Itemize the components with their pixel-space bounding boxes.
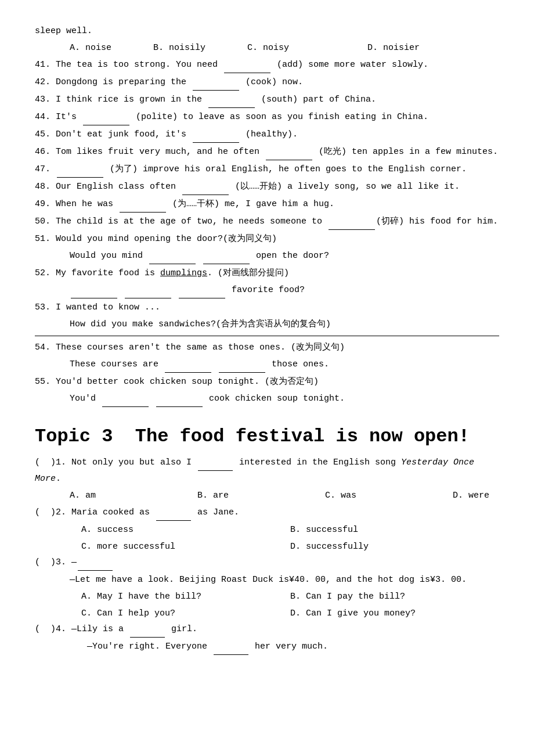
blank-51b (203, 248, 250, 264)
q1-italic: Yesterday Once More (35, 458, 474, 484)
q3-options: A. May I have the bill? B. Can I pay the… (81, 589, 499, 621)
line-52-a: favorite food? (70, 282, 499, 298)
blank-52c (179, 282, 225, 298)
line-41: 41. The tea is too strong. You need (add… (35, 57, 499, 73)
blank-51a (149, 248, 196, 264)
line-44: 44. It's (polite) to leave as soon as yo… (35, 109, 499, 125)
q4-text: ( )4. —Lily is a girl. (35, 621, 499, 638)
line-46: 46. Tom likes fruit very much, and he of… (35, 144, 499, 160)
blank-q4a (130, 621, 165, 638)
blank-47 (57, 161, 103, 178)
line-51-a: Would you mind open the door? (70, 248, 499, 264)
blank-48 (182, 179, 229, 195)
line-48: 48. Our English class often (以……开始) a li… (35, 179, 499, 195)
line-55-a: You'd cook chicken soup tonight. (70, 391, 499, 407)
question-3: ( )3. — —Let me have a look. Beijing Roa… (35, 555, 499, 621)
underline-dumplings: dumplings (160, 268, 207, 278)
blank-46 (266, 144, 312, 160)
line-45: 45. Don't eat junk food, it's (healthy). (35, 127, 499, 143)
line-53-q: 53. I wanted to know ... (35, 300, 499, 315)
main-content: sleep well. A. noise B. noisily C. noisy… (35, 23, 499, 655)
q3-text: ( )3. — (35, 555, 499, 571)
line-43: 43. I think rice is grown in the (south)… (35, 92, 499, 108)
line-42: 42. Dongdong is preparing the (cook) now… (35, 74, 499, 91)
blank-44 (83, 109, 129, 125)
blank-q2 (156, 505, 191, 521)
q1-text: ( )1. Not only you but also I interested… (35, 455, 499, 487)
q3-opt-a: A. May I have the bill? (81, 589, 290, 604)
q3-opt-b: B. Can I pay the bill? (290, 589, 499, 604)
blank-55a (102, 391, 149, 407)
blank-41 (224, 57, 270, 73)
q2-opt-d: D. successfully (290, 539, 499, 555)
q2-opt-b: B. successful (290, 522, 499, 538)
blank-54a (165, 357, 211, 373)
blank-49 (120, 196, 166, 213)
q3-sub: —Let me have a look. Beijing Roast Duck … (70, 572, 499, 588)
question-2: ( )2. Maria cooked as as Jane. A. succes… (35, 505, 499, 555)
q1-opt-b: B. are (197, 488, 302, 503)
question-1: ( )1. Not only you but also I interested… (35, 455, 499, 503)
blank-q1 (198, 455, 233, 471)
blank-q3 (78, 555, 113, 571)
blank-52a (71, 282, 117, 298)
line-49: 49. When he was (为……干杯) me, I gave him a… (35, 196, 499, 213)
line-52-q: 52. My favorite food is dumplings. (对画线部… (35, 265, 499, 281)
q2-opt-c: C. more successful (81, 539, 290, 555)
blank-45 (193, 127, 239, 143)
q1-options: A. am B. are C. was D. were (70, 488, 499, 503)
line-options-40: A. noise B. noisily C. noisy D. noisier (70, 40, 499, 56)
line-50: 50. The child is at the age of two, he n… (35, 214, 499, 230)
blank-55b (156, 391, 203, 407)
q1-opt-a: A. am (70, 488, 174, 503)
long-blank-53 (35, 336, 499, 336)
q2-text: ( )2. Maria cooked as as Jane. (35, 505, 499, 521)
q1-opt-c: C. was (325, 488, 430, 503)
q2-opt-a: A. success (81, 522, 290, 538)
blank-52b (125, 282, 171, 298)
blank-54b (219, 357, 265, 373)
q3-opt-d: D. Can I give you money? (290, 606, 499, 621)
line-54-q: 54. These courses aren't the same as tho… (35, 340, 499, 355)
blank-43 (208, 92, 255, 108)
q4-sub: —You're right. Everyone her very much. (87, 639, 499, 655)
q3-opt-c: C. Can I help you? (81, 606, 290, 621)
blank-50 (329, 214, 375, 230)
q2-options: A. success B. successful C. more success… (81, 522, 499, 555)
topic-3-title: Topic 3 The food festival is now open! (35, 424, 499, 449)
line-sleep: sleep well. (35, 23, 499, 39)
line-55-q: 55. You'd better cook chicken soup tonig… (35, 374, 499, 390)
blank-42 (193, 74, 239, 91)
blank-q4b (214, 639, 248, 655)
line-54-a: These courses are those ones. (70, 357, 499, 373)
q1-opt-d: D. were (453, 488, 534, 503)
line-47: 47. (为了) improve his oral English, he of… (35, 161, 499, 178)
question-4: ( )4. —Lily is a girl. —You're right. Ev… (35, 621, 499, 655)
line-51-q: 51. Would you mind opening the door?(改为同… (35, 231, 499, 247)
line-53-sub: How did you make sandwiches?(合并为含宾语从句的复合… (70, 316, 499, 332)
